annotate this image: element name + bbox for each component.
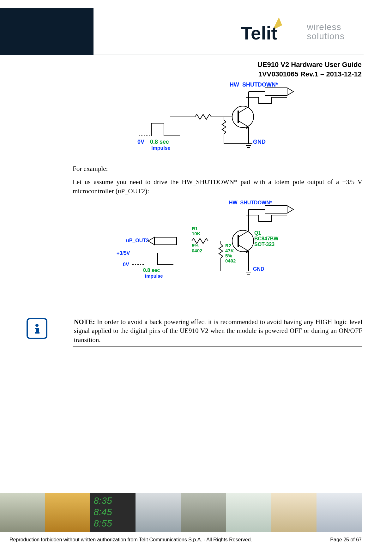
d2-q1-part: BC847BW	[254, 236, 279, 241]
footer-tile: 8:35 8:45 8:55	[90, 493, 136, 532]
brand-logo: Telit wireless solutions	[241, 17, 345, 46]
d1-pulse-time: 0.8 sec	[150, 139, 169, 145]
d2-r2-pkg: 0402	[225, 258, 236, 263]
svg-line-23	[238, 231, 249, 237]
svg-line-3	[238, 107, 249, 113]
diagram-hw-shutdown-detailed: Q1 BC847BW SOT-323 HW_SHUTDOWN* GND R2 4…	[117, 200, 319, 282]
footer-tile	[136, 493, 181, 532]
d2-r2-tol: 5%	[225, 253, 232, 258]
d2-up-label: uP_OUT2	[126, 238, 149, 243]
footer-tile	[0, 493, 45, 532]
d2-r1-pkg: 0402	[192, 248, 202, 253]
svg-marker-9	[287, 88, 293, 95]
diagram-hw-shutdown-basic: HW_SHUTDOWN* GND 0V 0.8 sec Impulse	[129, 82, 306, 155]
svg-rect-46	[36, 328, 39, 333]
d2-hw-label: HW_SHUTDOWN*	[229, 200, 272, 205]
doc-title-line1: UE910 V2 Hardware User Guide	[257, 60, 362, 69]
brand-sub1: wireless	[307, 22, 341, 32]
footer-copyright: Reproduction forbidden without written a…	[9, 537, 252, 543]
brand-tagline: wireless solutions	[307, 22, 345, 41]
para-assume: Let us assume you need to drive the HW_S…	[73, 178, 362, 196]
d2-pulse-sub: Impulse	[145, 273, 163, 279]
note-label: NOTE:	[74, 318, 95, 326]
info-icon	[27, 318, 47, 339]
d2-gnd-label: GND	[253, 266, 264, 272]
strip-time-c: 8:55	[93, 518, 112, 529]
svg-rect-8	[265, 88, 287, 95]
d2-0v: 0V	[123, 262, 129, 267]
note-text: NOTE: In order to avoid a back powering …	[74, 316, 362, 344]
d2-r2-val: 47K	[225, 248, 234, 253]
d2-q1-pkg: SOT-323	[254, 242, 274, 247]
header-rule	[93, 55, 364, 55]
footer-text-row: Reproduction forbidden without written a…	[9, 537, 362, 543]
brand-sub2: solutions	[307, 31, 345, 41]
svg-point-44	[35, 324, 39, 327]
svg-text:Telit: Telit	[241, 23, 277, 43]
footer-tile	[181, 493, 226, 532]
footer-page: Page 25 of 67	[330, 537, 362, 543]
svg-point-21	[232, 230, 254, 252]
d2-r1-name: R1	[192, 226, 198, 231]
svg-rect-47	[35, 332, 39, 334]
telit-logo-icon: Telit	[241, 17, 301, 46]
note-body: In order to avoid a back powering effect…	[74, 318, 362, 344]
footer-tile	[45, 493, 90, 532]
note-rule-bottom	[73, 346, 362, 346]
strip-time-b: 8:45	[93, 507, 112, 517]
d1-gnd-label: GND	[253, 139, 266, 145]
footer-tile	[317, 493, 362, 532]
doc-title: UE910 V2 Hardware User Guide 1VV0301065 …	[257, 60, 362, 79]
d2-r2-name: R2	[225, 243, 231, 248]
d2-pulse-time: 0.8 sec	[143, 268, 160, 273]
note-block: NOTE: In order to avoid a back powering …	[27, 316, 362, 346]
doc-title-line2: 1VV0301065 Rev.1 – 2013-12-12	[257, 69, 362, 79]
footer-tile	[226, 493, 271, 532]
d2-q1-name: Q1	[254, 230, 261, 236]
strip-time-a: 8:35	[93, 495, 112, 506]
svg-rect-28	[265, 206, 287, 213]
page-content: HW_SHUTDOWN* GND 0V 0.8 sec Impulse For …	[73, 82, 362, 292]
header-left-bar	[0, 8, 93, 55]
footer-image-strip: 8:35 8:45 8:55	[0, 493, 362, 532]
svg-point-1	[232, 106, 254, 128]
d1-0v: 0V	[137, 139, 144, 145]
d2-r1-val: 10K	[192, 231, 201, 236]
svg-rect-40	[154, 237, 177, 245]
d2-r1-tol: 5%	[192, 243, 199, 248]
d2-vhi: +3/5V	[117, 250, 130, 256]
d1-pulse-sub: Impulse	[151, 145, 171, 151]
d1-hw-label: HW_SHUTDOWN*	[230, 82, 278, 88]
para-for-example: For example:	[73, 164, 362, 173]
footer-tile	[271, 493, 317, 532]
svg-marker-29	[287, 206, 293, 213]
svg-marker-41	[148, 237, 154, 245]
